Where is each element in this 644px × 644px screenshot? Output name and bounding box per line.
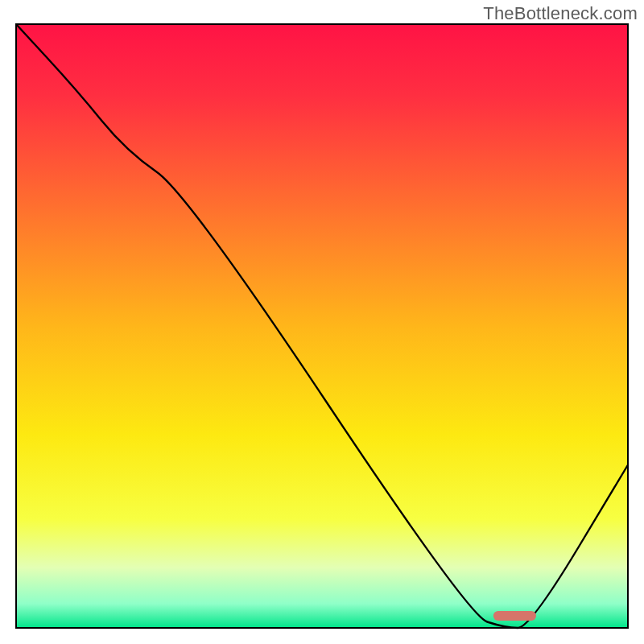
optimal-marker (493, 611, 536, 621)
chart-svg (0, 0, 644, 644)
plot-background (16, 24, 628, 628)
watermark-text: TheBottleneck.com (483, 3, 638, 24)
chart-container: TheBottleneck.com (0, 0, 644, 644)
